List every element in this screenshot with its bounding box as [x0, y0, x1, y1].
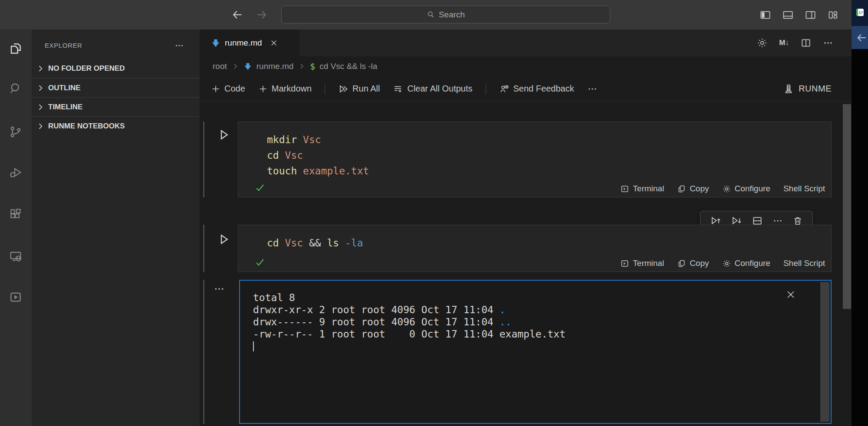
cell-configure-button[interactable]: Configure — [722, 259, 770, 268]
tab-runme-md[interactable]: runme.md — [200, 29, 299, 56]
sidebar-section-timeline[interactable]: TIMELINE — [32, 97, 200, 116]
forward-icon[interactable] — [256, 9, 268, 21]
chevron-right-icon — [36, 103, 45, 111]
cell-copy-button[interactable]: Copy — [677, 184, 709, 193]
activity-bar — [0, 29, 32, 426]
runme-notebooks-icon[interactable] — [8, 289, 23, 305]
cell-language-label[interactable]: Shell Script — [783, 184, 825, 193]
tab-close-icon[interactable] — [270, 39, 278, 47]
cell-focus-indicator[interactable] — [203, 121, 204, 197]
terminal-icon — [620, 259, 629, 268]
toggle-panel-icon[interactable] — [782, 9, 794, 21]
search-icon — [427, 10, 435, 19]
gear-icon — [722, 259, 731, 268]
chevron-right-icon — [36, 84, 45, 92]
cell-configure-button[interactable]: Configure — [722, 184, 770, 193]
tab-bar: runme.md M↓ — [200, 29, 852, 56]
back-arrow-icon — [856, 32, 867, 43]
search-placeholder: Search — [439, 10, 465, 20]
chevron-right-icon — [36, 122, 45, 131]
breadcrumb-file[interactable]: runme.md — [256, 62, 294, 71]
cell-output-terminal[interactable]: total 8drwxr-xr-x 2 root root 4096 Oct 1… — [239, 280, 832, 424]
editor-scrollbar[interactable] — [843, 104, 851, 309]
extensions-icon[interactable] — [8, 206, 23, 222]
markdown-preview-icon[interactable]: M↓ — [779, 39, 789, 47]
cell-focus-indicator[interactable] — [203, 225, 204, 272]
background-window-header: 17 — [852, 0, 868, 26]
output-menu-icon[interactable] — [212, 283, 227, 295]
markdown-file-icon — [211, 38, 220, 48]
background-window: 17 — [852, 0, 868, 426]
copy-icon — [677, 184, 686, 193]
cell-terminal-button[interactable]: Terminal — [620, 184, 664, 193]
output-focus-indicator[interactable] — [203, 280, 204, 424]
cell-code-editor[interactable]: mkdir Vsccd Vsctouch example.txt — [267, 132, 369, 179]
split-editor-icon[interactable] — [800, 37, 812, 49]
editor-area: runme.md M↓ root r — [200, 29, 852, 426]
code-cell-1: mkdir Vsccd Vsctouch example.txt Termina… — [238, 121, 832, 197]
toolbar-separator — [325, 83, 325, 95]
breadcrumb-root[interactable]: root — [213, 62, 227, 71]
cell-copy-button[interactable]: Copy — [677, 259, 709, 268]
source-control-icon[interactable] — [8, 124, 23, 140]
sidebar-section-no-folder-opened[interactable]: NO FOLDER OPENED — [32, 59, 200, 78]
terminal-output-text: total 8drwxr-xr-x 2 root root 4096 Oct 1… — [253, 292, 566, 352]
chevron-right-icon — [36, 64, 45, 73]
success-check-icon — [255, 183, 265, 193]
notebook: mkdir Vsccd Vsctouch example.txt Termina… — [200, 102, 852, 426]
add-code-cell-button[interactable]: Code — [211, 84, 245, 94]
search-input[interactable]: Search — [281, 6, 610, 23]
vscode-window: Search — [0, 0, 868, 426]
breadcrumb: root runme.md $ cd Vsc && ls -la — [200, 56, 852, 76]
customize-layout-icon[interactable] — [827, 9, 839, 21]
markdown-file-icon — [243, 62, 252, 71]
more-actions-icon[interactable] — [823, 38, 833, 48]
sidebar-section-outline[interactable]: OUTLINE — [32, 78, 200, 97]
run-all-icon — [338, 84, 349, 94]
title-bar: Search — [0, 0, 852, 29]
plus-icon — [211, 84, 220, 94]
cell-language-label[interactable]: Shell Script — [783, 259, 825, 268]
cell-terminal-button[interactable]: Terminal — [620, 259, 664, 268]
toggle-primary-sidebar-icon[interactable] — [760, 9, 771, 21]
send-feedback-button[interactable]: Send Feedback — [499, 84, 574, 94]
notebook-toolbar: Code Markdown Run All Clear All Outputs … — [200, 76, 852, 102]
remote-explorer-icon[interactable] — [8, 249, 23, 264]
run-all-button[interactable]: Run All — [338, 84, 380, 94]
run-cell-button[interactable] — [216, 231, 231, 247]
runme-brand[interactable]: RUNME — [783, 83, 832, 95]
chevron-right-icon — [298, 62, 306, 70]
explorer-more-actions-icon[interactable] — [174, 41, 184, 50]
gear-icon[interactable] — [756, 37, 768, 49]
clear-all-outputs-button[interactable]: Clear All Outputs — [393, 84, 472, 94]
sidebar-section-runme-notebooks[interactable]: RUNME NOTEBOOKS — [32, 116, 200, 135]
run-cell-button[interactable] — [216, 127, 231, 142]
output-scrollbar[interactable] — [820, 282, 829, 422]
run-and-debug-icon[interactable] — [8, 165, 23, 180]
search-view-icon[interactable] — [8, 81, 23, 96]
back-icon[interactable] — [231, 9, 243, 21]
explorer-sidebar: EXPLORER NO FOLDER OPENED OUTLINE TIMELI… — [32, 29, 200, 426]
tab-label: runme.md — [225, 38, 262, 48]
breadcrumb-command[interactable]: cd Vsc && ls -la — [319, 62, 377, 71]
copy-icon — [677, 259, 686, 268]
clear-outputs-icon — [393, 84, 403, 94]
code-cell-2: cd Vsc && ls -la Terminal Copy C — [238, 225, 832, 272]
calendar-icon: 17 — [856, 9, 864, 16]
gear-icon — [722, 184, 731, 193]
feedback-icon — [499, 84, 510, 94]
toolbar-separator — [486, 83, 486, 95]
toolbar-more-icon[interactable] — [587, 84, 598, 94]
toggle-secondary-sidebar-icon[interactable] — [805, 9, 816, 21]
background-window-body — [852, 49, 868, 426]
plus-icon — [258, 84, 268, 94]
runme-logo-icon — [783, 83, 794, 95]
background-window-toolbar — [852, 26, 868, 49]
add-markdown-cell-button[interactable]: Markdown — [258, 84, 312, 94]
success-check-icon — [255, 257, 265, 268]
breadcrumb-prompt: $ — [310, 61, 315, 72]
close-output-icon[interactable] — [786, 289, 796, 300]
chevron-right-icon — [231, 62, 239, 70]
cell-code-editor[interactable]: cd Vsc && ls -la — [267, 235, 363, 251]
explorer-icon[interactable] — [8, 41, 23, 56]
